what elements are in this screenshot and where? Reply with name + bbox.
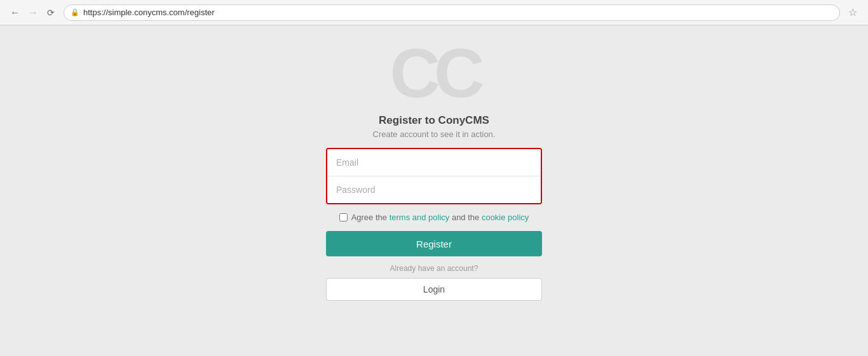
forward-button[interactable]: →: [25, 5, 41, 20]
already-have-account-text: Already have an account?: [390, 264, 478, 273]
terms-checkbox-row: Agree the terms and policy and the cooki…: [326, 212, 542, 223]
url-text: https://simple.conycms.com/register: [83, 8, 833, 17]
browser-chrome: ← → ⟳ 🔒 https://simple.conycms.com/regis…: [0, 0, 868, 25]
page-title: Register to ConyCMS: [379, 114, 489, 127]
page-content: CC Register to ConyCMS Create account to…: [0, 25, 868, 356]
agree-text-before: Agree the: [351, 213, 390, 222]
nav-buttons: ← → ⟳: [8, 5, 58, 20]
bookmark-button[interactable]: ☆: [845, 5, 860, 20]
register-button[interactable]: Register: [326, 231, 542, 256]
password-input[interactable]: [327, 176, 541, 203]
checkbox-label: Agree the terms and policy and the cooki…: [351, 212, 529, 223]
address-bar[interactable]: 🔒 https://simple.conycms.com/register: [64, 4, 840, 21]
cookie-link[interactable]: cookie policy: [482, 213, 529, 222]
refresh-button[interactable]: ⟳: [43, 5, 58, 20]
terms-link[interactable]: terms and policy: [390, 213, 450, 222]
fields-group: [326, 148, 542, 204]
email-input[interactable]: [327, 149, 541, 176]
register-form: Register to ConyCMS Create account to se…: [326, 114, 542, 301]
page-subtitle: Create account to see it in action.: [373, 129, 496, 139]
login-button[interactable]: Login: [326, 278, 542, 301]
lock-icon: 🔒: [71, 8, 79, 16]
agree-text-middle: and the: [449, 213, 482, 222]
terms-checkbox[interactable]: [339, 213, 348, 221]
back-button[interactable]: ←: [8, 5, 23, 20]
logo: CC: [390, 38, 478, 108]
